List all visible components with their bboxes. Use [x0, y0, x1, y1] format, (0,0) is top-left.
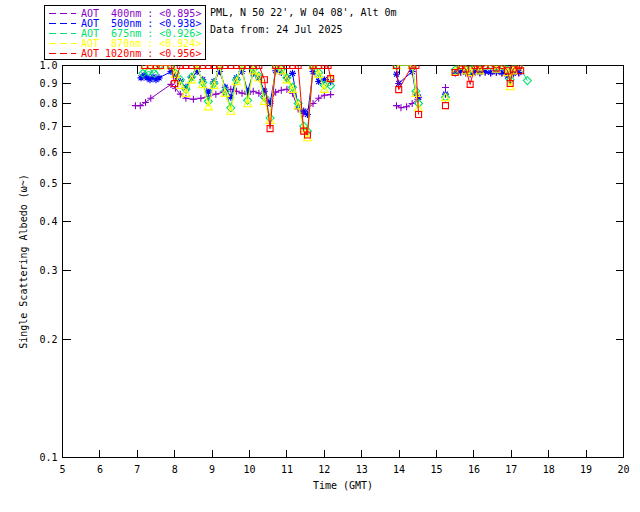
- legend-box: AOT 400nm : <0.895> AOT 500nm : <0.938> …: [44, 5, 206, 60]
- legend-label: AOT 1020nm : <0.956>: [81, 48, 201, 59]
- svg-text:15: 15: [430, 464, 442, 475]
- svg-text:0.6: 0.6: [39, 147, 57, 158]
- svg-text:1.0: 1.0: [39, 60, 57, 71]
- line-sample-icon: [49, 13, 76, 14]
- legend-item-1020nm: AOT 1020nm : <0.956>: [45, 49, 205, 59]
- legend-item-500nm: AOT 500nm : <0.938>: [45, 18, 205, 28]
- svg-text:12: 12: [318, 464, 330, 475]
- svg-text:0.1: 0.1: [39, 452, 57, 463]
- ssa-chart-canvas: 5678910111213141516171819201.00.90.80.70…: [0, 0, 640, 512]
- svg-text:0.5: 0.5: [39, 178, 57, 189]
- svg-text:11: 11: [281, 464, 293, 475]
- svg-text:20: 20: [617, 464, 629, 475]
- line-sample-icon: [49, 43, 76, 44]
- svg-text:6: 6: [97, 464, 103, 475]
- svg-text:17: 17: [505, 464, 517, 475]
- svg-text:0.2: 0.2: [39, 334, 57, 345]
- svg-text:14: 14: [393, 464, 405, 475]
- station-info: PML, N 50 22', W 04 08', Alt 0m: [210, 7, 397, 19]
- line-sample-icon: [49, 53, 76, 54]
- line-sample-icon: [49, 23, 76, 24]
- svg-text:Time (GMT): Time (GMT): [313, 480, 373, 491]
- svg-text:0.3: 0.3: [39, 265, 57, 276]
- svg-text:7: 7: [134, 464, 140, 475]
- svg-text:0.7: 0.7: [39, 121, 57, 132]
- legend-item-400nm: AOT 400nm : <0.895>: [45, 8, 205, 18]
- legend-item-870nm: AOT 870nm : <0.924>: [45, 39, 205, 49]
- svg-text:13: 13: [356, 464, 368, 475]
- svg-text:19: 19: [580, 464, 592, 475]
- svg-text:8: 8: [172, 464, 178, 475]
- data-date: Data from: 24 Jul 2025: [210, 24, 342, 36]
- svg-text:0.4: 0.4: [39, 216, 57, 227]
- svg-text:0.8: 0.8: [39, 98, 57, 109]
- svg-text:18: 18: [543, 464, 555, 475]
- svg-text:16: 16: [468, 464, 480, 475]
- svg-text:Single Scattering Albedo (ω~): Single Scattering Albedo (ω~): [18, 174, 29, 349]
- svg-text:10: 10: [243, 464, 255, 475]
- svg-text:0.9: 0.9: [39, 78, 57, 89]
- line-sample-icon: [49, 33, 76, 34]
- svg-text:9: 9: [209, 464, 215, 475]
- svg-text:5: 5: [59, 464, 65, 475]
- legend-item-675nm: AOT 675nm : <0.926>: [45, 28, 205, 38]
- aeronet-ssa-plot-window: 5678910111213141516171819201.00.90.80.70…: [0, 0, 640, 512]
